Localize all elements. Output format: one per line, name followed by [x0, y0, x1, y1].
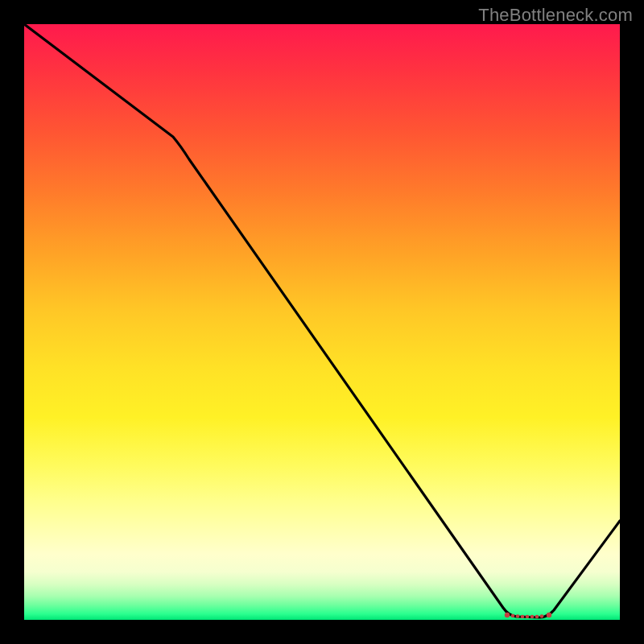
svg-point-8 [547, 613, 551, 617]
chart-container: TheBottleneck.com [0, 0, 644, 644]
svg-point-7 [540, 614, 544, 618]
chart-line-path [24, 24, 620, 617]
svg-point-0 [505, 613, 510, 617]
svg-point-5 [530, 615, 535, 619]
svg-point-1 [511, 614, 515, 618]
svg-point-3 [521, 615, 525, 619]
chart-line-svg [24, 24, 620, 620]
plot-area [24, 24, 620, 620]
svg-point-6 [535, 615, 539, 619]
svg-point-4 [526, 615, 530, 619]
watermark-text: TheBottleneck.com [478, 5, 633, 26]
svg-point-2 [516, 614, 520, 618]
